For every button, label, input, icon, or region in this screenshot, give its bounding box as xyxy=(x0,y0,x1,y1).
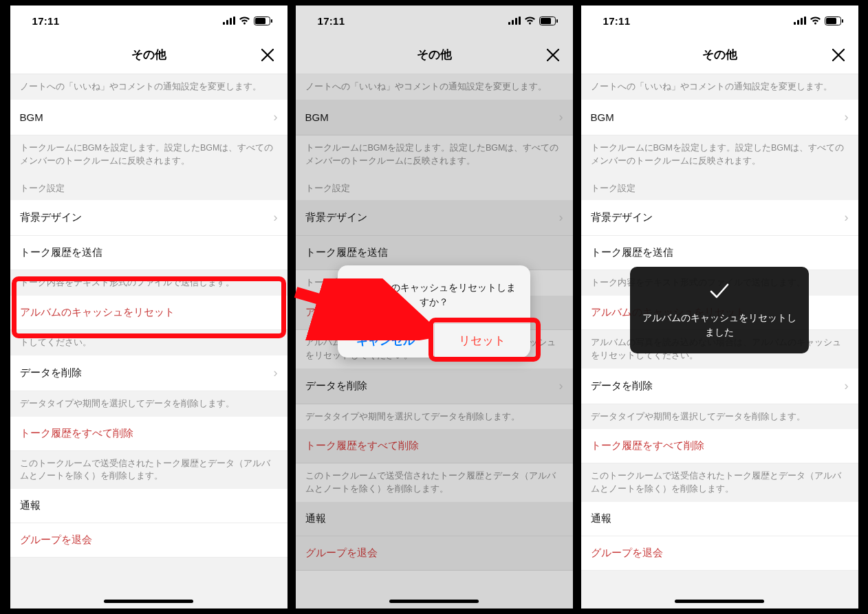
note-description: ノートへの「いいね」やコメントの通知設定を変更します。 xyxy=(581,74,858,100)
status-time: 17:11 xyxy=(32,15,60,27)
svg-rect-19 xyxy=(826,18,836,24)
row-bgm[interactable]: BGM› xyxy=(10,100,287,135)
row-background-design[interactable]: 背景デザイン› xyxy=(10,200,287,236)
svg-rect-14 xyxy=(794,22,796,25)
row-report[interactable]: 通報 xyxy=(10,489,287,523)
phone-step-1: 17:11 その他 ノートへの「いいね」やコメントの通知設定を変更します。 BG… xyxy=(10,6,287,608)
status-time: 17:11 xyxy=(603,15,631,27)
delete-all-description: このトークルームで送受信されたトーク履歴とデータ（アルバムとノートを除く）を削除… xyxy=(10,451,287,490)
toast-text: アルバムのキャッシュをリセットしました xyxy=(641,311,798,340)
cellular-icon xyxy=(794,17,806,25)
nav-bar: その他 xyxy=(581,36,858,74)
delete-all-description: このトークルームで送受信されたトーク履歴とデータ（アルバムとノートを除く）を削除… xyxy=(581,463,858,502)
row-delete-all-history[interactable]: トーク履歴をすべて削除 xyxy=(581,429,858,463)
dialog-message: アルバムのキャッシュをリセットしますか？ xyxy=(338,265,530,323)
row-delete-data[interactable]: データを削除› xyxy=(581,369,858,404)
row-reset-album-cache[interactable]: アルバムのキャッシュをリセット xyxy=(10,296,287,330)
row-bgm[interactable]: BGM› xyxy=(581,100,858,135)
send-description: トーク内容をテキスト形式のファイルで送信します。 xyxy=(10,270,287,296)
close-icon[interactable] xyxy=(257,45,278,65)
wifi-icon xyxy=(239,17,250,25)
phone-step-3: 17:11 その他 ノートへの「いいね」やコメントの通知設定を変更します。 BG… xyxy=(581,6,858,608)
bgm-description: トークルームにBGMを設定します。設定したBGMは、すべてのメンバーのトークルー… xyxy=(581,135,858,174)
confirm-dialog: アルバムのキャッシュをリセットしますか？ キャンセル リセット xyxy=(338,265,530,358)
dialog-confirm-button[interactable]: リセット xyxy=(435,324,531,358)
delete-description: データタイプや期間を選択してデータを削除します。 xyxy=(581,404,858,430)
section-label-talk: トーク設定 xyxy=(10,173,287,200)
reset-description: トしてください。 xyxy=(10,330,287,355)
row-delete-data[interactable]: データを削除› xyxy=(10,355,287,391)
nav-bar: その他 xyxy=(10,36,287,74)
row-leave-group[interactable]: グループを退会 xyxy=(581,536,858,571)
status-icons xyxy=(794,17,843,25)
phone-step-2: 17:11 その他 ノートへの「いいね」やコメントの通知設定を変更します。 BG… xyxy=(296,6,573,608)
section-label-talk: トーク設定 xyxy=(581,173,858,200)
row-delete-all-history[interactable]: トーク履歴をすべて削除 xyxy=(10,417,287,451)
svg-rect-0 xyxy=(223,22,225,25)
chevron-right-icon: › xyxy=(845,379,849,393)
delete-description: データタイプや期間を選択してデータを削除します。 xyxy=(10,391,287,417)
row-send-history[interactable]: トーク履歴を送信 xyxy=(10,236,287,270)
chevron-right-icon: › xyxy=(845,110,849,124)
nav-title: その他 xyxy=(131,47,166,63)
home-indicator[interactable] xyxy=(675,600,764,603)
svg-rect-2 xyxy=(230,18,232,25)
home-indicator[interactable] xyxy=(104,600,193,603)
checkmark-icon xyxy=(708,279,731,303)
battery-icon xyxy=(254,17,272,25)
dialog-cancel-button[interactable]: キャンセル xyxy=(338,324,435,358)
row-report[interactable]: 通報 xyxy=(581,502,858,536)
cellular-icon xyxy=(223,17,235,25)
svg-rect-15 xyxy=(797,20,799,25)
svg-rect-6 xyxy=(271,19,272,23)
settings-list: ノートへの「いいね」やコメントの通知設定を変更します。 BGM› トークルームに… xyxy=(10,74,287,608)
svg-rect-20 xyxy=(842,19,843,23)
svg-rect-17 xyxy=(804,17,806,25)
svg-rect-3 xyxy=(233,17,235,25)
chevron-right-icon: › xyxy=(274,110,278,124)
toast-success: アルバムのキャッシュをリセットしました xyxy=(630,267,809,353)
nav-title: その他 xyxy=(702,47,737,63)
battery-icon xyxy=(825,17,843,25)
row-send-history[interactable]: トーク履歴を送信 xyxy=(581,236,858,270)
svg-rect-16 xyxy=(801,18,803,25)
chevron-right-icon: › xyxy=(274,210,278,225)
chevron-right-icon: › xyxy=(274,366,278,380)
chevron-right-icon: › xyxy=(845,210,849,225)
status-icons xyxy=(223,17,272,25)
bgm-description: トークルームにBGMを設定します。設定したBGMは、すべてのメンバーのトークルー… xyxy=(10,135,287,174)
status-bar: 17:11 xyxy=(581,6,858,36)
row-leave-group[interactable]: グループを退会 xyxy=(10,523,287,558)
confirm-dialog-backdrop: アルバムのキャッシュをリセットしますか？ キャンセル リセット xyxy=(296,6,573,608)
row-background-design[interactable]: 背景デザイン› xyxy=(581,200,858,236)
svg-rect-5 xyxy=(255,18,265,24)
status-bar: 17:11 xyxy=(10,6,287,36)
note-description: ノートへの「いいね」やコメントの通知設定を変更します。 xyxy=(10,74,287,100)
close-icon[interactable] xyxy=(828,45,849,65)
wifi-icon xyxy=(810,17,821,25)
svg-rect-1 xyxy=(226,20,228,25)
